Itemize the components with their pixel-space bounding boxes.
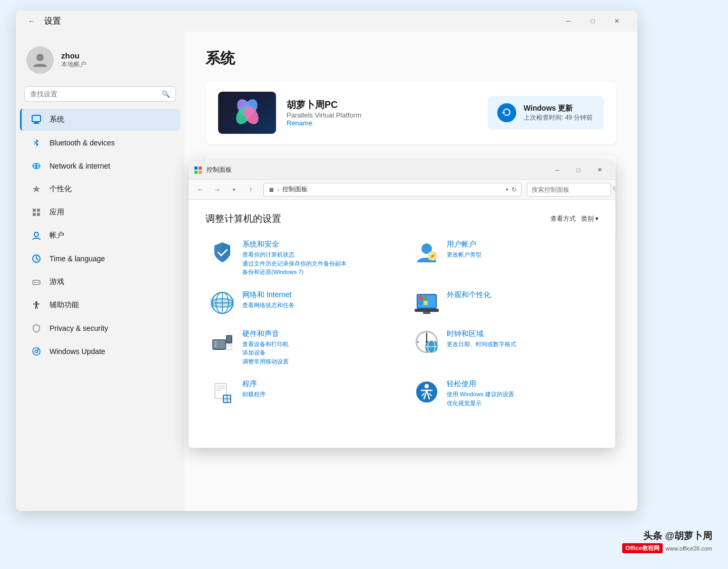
settings-maximize-button[interactable]: □ [581,13,605,30]
sidebar-item-apps[interactable]: 应用 [20,201,180,223]
cp-item-link-hw3[interactable]: 调整常用移动设置 [242,357,289,366]
cp-item-title-hardware[interactable]: 硬件和声音 [242,329,289,339]
cp-item-ease[interactable]: 轻松使用 使用 Windows 建议的设置 优化视觉显示 [410,375,598,411]
svg-rect-26 [194,166,198,170]
cp-forward-button[interactable]: → [210,182,224,197]
user-name: zhou [61,51,86,60]
cp-title-bar: 控制面板 ─ □ ✕ [189,161,615,180]
svg-rect-3 [33,123,40,124]
cp-item-text-user-accounts: 用户帐户 更改帐户类型 [447,240,481,259]
user-profile[interactable]: zhou 本地帐户 [16,38,184,82]
accessibility-icon [31,299,42,311]
pc-thumbnail [218,92,276,134]
cp-item-link-hw2[interactable]: 添加设备 [242,348,289,357]
sidebar-item-bluetooth[interactable]: Bluetooth & devices [20,132,180,154]
windows-update-nav-icon [31,346,42,357]
cp-item-network[interactable]: 网络和 Internet 查看网络状态和任务 [205,286,394,320]
cp-item-title-programs[interactable]: 程序 [242,379,265,389]
address-dropdown-icon[interactable]: ▾ [506,187,508,192]
cp-item-link-1[interactable]: 查看你的计算机状态 [242,250,347,259]
cp-item-title-user-accounts[interactable]: 用户帐户 [447,240,481,249]
cp-item-desc-user-accounts: 更改帐户类型 [447,250,481,259]
sidebar-item-network[interactable]: Network & internet [20,155,180,177]
cp-item-icon-system-security [210,240,235,265]
cp-item-link-ease2[interactable]: 优化视觉显示 [447,399,514,408]
svg-point-14 [37,282,38,283]
search-input[interactable] [30,90,162,98]
svg-point-83 [425,384,429,388]
cp-item-title-appearance[interactable]: 外观和个性化 [447,290,491,300]
page-title: 系统 [205,48,616,68]
address-refresh-icon[interactable]: ↻ [511,186,517,193]
cp-close-button[interactable]: ✕ [589,163,610,178]
cp-item-icon-programs [210,379,235,405]
cp-item-appearance[interactable]: 外观和个性化 [410,286,598,320]
address-bar[interactable]: 🖥 › 控制面板 ▾ ↻ [263,183,522,197]
cp-item-link-2[interactable]: 通过文件历史记录保存你的文件备份副本 [242,259,347,268]
pc-platform: Parallels Virtual Platform [287,111,477,119]
svg-rect-45 [419,296,423,300]
cp-item-link-programs[interactable]: 卸载程序 [242,390,265,399]
cp-view-label[interactable]: 查看方式 类别 ▾ [550,214,598,223]
cp-item-icon-network [210,290,235,316]
cp-search-box[interactable]: 🔍 [527,183,611,197]
pc-rename-link[interactable]: Rename [287,119,477,127]
watermark-text: 头条 @胡萝卜周 [622,529,712,542]
sidebar-item-gaming[interactable]: 游戏 [20,271,180,293]
privacy-icon [31,322,42,334]
cp-item-title-clock[interactable]: 时钟和区域 [447,329,516,339]
settings-back-button[interactable]: ← [24,14,39,28]
cp-item-title-network[interactable]: 网络和 Internet [242,290,294,300]
avatar [26,46,54,74]
cp-dropdown-button[interactable]: ▾ [227,182,241,197]
sidebar-item-system[interactable]: 系统 [20,109,180,131]
cp-item-title-ease[interactable]: 轻松使用 [447,379,514,389]
svg-point-52 [214,345,217,347]
cp-item-link-clock[interactable]: 更改日期、时间或数字格式 [447,340,516,349]
settings-search-box[interactable]: 🔍 [24,86,176,102]
svg-point-9 [34,232,38,237]
cp-item-clock[interactable]: 时钟和区域 更改日期、时间或数字格式 [410,325,598,370]
cp-back-button[interactable]: ← [193,182,208,197]
cp-minimize-button[interactable]: ─ [547,163,568,178]
sidebar-item-personalization[interactable]: 个性化 [20,178,180,200]
sidebar-item-accessibility[interactable]: 辅助功能 [20,294,180,316]
user-account-type: 本地帐户 [61,60,86,69]
cp-item-user-accounts[interactable]: ★ 用户帐户 更改帐户类型 [410,236,598,281]
svg-point-16 [35,301,37,303]
system-icon [31,114,42,125]
cp-item-link-ua[interactable]: 更改帐户类型 [447,250,481,259]
cp-item-programs[interactable]: 程序 卸载程序 [205,375,394,411]
sidebar-label-system: 系统 [50,115,64,124]
cp-toolbar: ← → ▾ ↑ 🖥 › 控制面板 ▾ ↻ 🔍 [189,180,615,200]
cp-item-desc-hardware: 查看设备和打印机 添加设备 调整常用移动设置 [242,340,289,366]
sidebar-item-privacy[interactable]: Privacy & security [20,317,180,339]
cp-up-button[interactable]: ↑ [243,182,258,197]
sidebar-item-accounts[interactable]: 帐户 [20,224,180,247]
sidebar-item-windows-update[interactable]: Windows Update [20,340,180,362]
windows-update-info: Windows 更新 上次检查时间: 49 分钟前 [524,104,593,122]
cp-item-system-security[interactable]: 系统和安全 查看你的计算机状态 通过文件历史记录保存你的文件备份副本 备份和还原… [205,236,394,281]
cp-item-link-3[interactable]: 备份和还原(Windows 7) [242,268,347,277]
cp-item-desc-ease: 使用 Windows 建议的设置 优化视觉显示 [447,390,514,407]
svg-rect-54 [227,336,231,341]
settings-minimize-button[interactable]: ─ [556,13,581,30]
cp-item-title-system-security[interactable]: 系统和安全 [242,240,347,249]
user-info: zhou 本地帐户 [61,51,86,69]
cp-item-desc-network: 查看网络状态和任务 [242,301,294,310]
cp-item-link-hw1[interactable]: 查看设备和打印机 [242,340,289,349]
svg-rect-8 [37,213,40,216]
windows-update-card[interactable]: Windows 更新 上次检查时间: 49 分钟前 [488,96,604,130]
cp-item-link-net[interactable]: 查看网络状态和任务 [242,301,294,310]
cp-item-link-ease1[interactable]: 使用 Windows 建议的设置 [447,390,514,399]
cp-item-hardware[interactable]: 硬件和声音 查看设备和打印机 添加设备 调整常用移动设置 [205,325,394,370]
svg-point-15 [38,282,39,283]
update-last-check: 上次检查时间: 49 分钟前 [524,113,593,122]
sidebar-item-time[interactable]: Time & language [20,248,180,270]
search-icon: 🔍 [162,90,170,98]
settings-close-button[interactable]: ✕ [605,13,629,30]
cp-item-text-appearance: 外观和个性化 [447,290,491,300]
cp-search-input[interactable] [532,186,611,193]
cp-maximize-button[interactable]: □ [568,163,589,178]
svg-rect-2 [34,122,38,123]
